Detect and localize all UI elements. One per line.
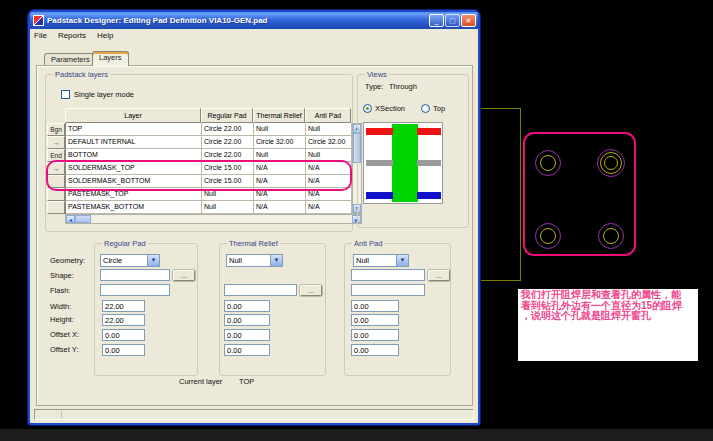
cell-layer[interactable]: DEFAULT INTERNAL	[66, 136, 202, 149]
row-marker-button[interactable]: Bgn	[47, 123, 65, 136]
table-row[interactable]: PASTEMASK_BOTTOM Null N/A N/A	[66, 201, 352, 214]
regular-pad-width-input[interactable]	[102, 300, 145, 312]
cell-layer[interactable]: PASTEMASK_TOP	[66, 188, 202, 201]
xsection-internal-pad-right	[417, 160, 441, 166]
close-button[interactable]: ✕	[461, 14, 476, 27]
cell-anti-pad[interactable]: Null	[306, 149, 352, 162]
cell-regular-pad[interactable]: Circle 22.00	[202, 149, 254, 162]
thermal-relief-offset-y-input[interactable]	[224, 344, 270, 356]
cell-anti-pad[interactable]: N/A	[306, 201, 352, 214]
table-row[interactable]: SOLDERMASK_BOTTOM Circle 15.00 N/A N/A	[66, 175, 352, 188]
scroll-left-icon[interactable]: ◄	[66, 215, 75, 223]
cell-thermal-relief[interactable]: N/A	[254, 162, 306, 175]
table-row[interactable]: PASTEMASK_TOP Null N/A N/A	[66, 188, 352, 201]
menu-help[interactable]: Help	[97, 31, 113, 40]
thermal-relief-width-input[interactable]	[224, 300, 270, 312]
table-row[interactable]: SOLDERMASK_TOP Circle 15.00 N/A N/A	[66, 162, 352, 175]
anti-pad-flash-input[interactable]	[351, 284, 425, 296]
thermal-relief-geometry-select[interactable]: Null ▼	[226, 254, 283, 267]
cell-layer[interactable]: SOLDERMASK_TOP	[66, 162, 202, 175]
horizontal-scroll-thumb[interactable]	[75, 215, 91, 223]
cell-layer[interactable]: PASTEMASK_BOTTOM	[66, 201, 202, 214]
row-marker-button[interactable]: End	[47, 149, 65, 162]
anti-pad-shape-browse-button[interactable]: ...	[428, 270, 450, 281]
anti-pad-geometry-select[interactable]: Null ▼	[353, 254, 409, 267]
cell-thermal-relief[interactable]: N/A	[254, 188, 306, 201]
annotation-line: ，说明这个孔就是阻焊开窗孔	[521, 311, 695, 322]
anti-pad-width-input[interactable]	[351, 300, 399, 312]
screen: { "window": { "title": "Padstack Designe…	[0, 0, 713, 441]
cell-thermal-relief[interactable]: Circle 32.00	[254, 136, 306, 149]
column-header-layer[interactable]: Layer	[65, 108, 201, 123]
thermal-relief-flash-input[interactable]	[224, 284, 297, 296]
thermal-relief-flash-browse-button[interactable]: ...	[300, 285, 322, 296]
app-icon	[33, 15, 44, 26]
cell-thermal-relief[interactable]: N/A	[254, 175, 306, 188]
cell-regular-pad[interactable]: Circle 15.00	[202, 162, 254, 175]
cell-thermal-relief[interactable]: N/A	[254, 201, 306, 214]
status-bar-divider	[61, 411, 62, 418]
cell-anti-pad[interactable]: Circle 32.00	[306, 136, 352, 149]
thermal-relief-geometry-value: Null	[227, 256, 270, 265]
table-header: Layer Regular Pad Thermal Relief Anti Pa…	[65, 108, 351, 123]
top-radio[interactable]	[421, 104, 430, 113]
cell-regular-pad[interactable]: Circle 22.00	[202, 136, 254, 149]
table-horizontal-scrollbar[interactable]: ◄ ►	[65, 214, 362, 224]
cell-regular-pad[interactable]: Circle 22.00	[202, 123, 254, 136]
chevron-down-icon[interactable]: ▼	[396, 255, 408, 266]
row-marker-button[interactable]	[47, 175, 65, 188]
column-header-anti-pad[interactable]: Anti Pad	[305, 108, 351, 123]
cell-anti-pad[interactable]: Null	[306, 123, 352, 136]
row-marker-button[interactable]: →	[47, 136, 65, 149]
cell-anti-pad[interactable]: N/A	[306, 162, 352, 175]
anti-pad-height-input[interactable]	[351, 314, 399, 326]
cell-anti-pad[interactable]: N/A	[306, 188, 352, 201]
column-header-regular-pad[interactable]: Regular Pad	[201, 108, 253, 123]
tab-layers[interactable]: Layers	[92, 51, 129, 66]
row-marker-button[interactable]	[47, 188, 65, 201]
anti-pad-offset-x-input[interactable]	[351, 329, 399, 341]
regular-pad-shape-browse-button[interactable]: ...	[173, 270, 195, 281]
cell-layer[interactable]: TOP	[66, 123, 202, 136]
row-marker-button[interactable]: →	[47, 162, 65, 175]
cell-layer[interactable]: SOLDERMASK_BOTTOM	[66, 175, 202, 188]
regular-pad-shape-input[interactable]	[100, 269, 170, 281]
menu-bar: File Reports Help	[30, 29, 478, 42]
regular-pad-geometry-select[interactable]: Circle ▼	[100, 254, 160, 267]
xsection-internal-pad-left	[366, 160, 393, 166]
menu-file[interactable]: File	[34, 31, 47, 40]
menu-reports[interactable]: Reports	[58, 31, 86, 40]
table-row[interactable]: BOTTOM Circle 22.00 Null Null	[66, 149, 352, 162]
xsection-preview	[363, 122, 443, 204]
chevron-down-icon[interactable]: ▼	[270, 255, 282, 266]
cell-thermal-relief[interactable]: Null	[254, 123, 306, 136]
regular-pad-flash-input[interactable]	[100, 284, 170, 296]
cell-layer[interactable]: BOTTOM	[66, 149, 202, 162]
xsection-radio[interactable]	[363, 104, 372, 113]
xsection-top-pad-right	[417, 128, 441, 135]
regular-pad-offset-x-input[interactable]	[102, 329, 145, 341]
cell-regular-pad[interactable]: Circle 15.00	[202, 175, 254, 188]
row-marker-button[interactable]	[47, 201, 65, 214]
cell-thermal-relief[interactable]: Null	[254, 149, 306, 162]
canvas-bottom-strip	[0, 429, 713, 441]
thermal-relief-height-input[interactable]	[224, 314, 270, 326]
anti-pad-geometry-value: Null	[354, 256, 396, 265]
single-layer-mode-checkbox[interactable]	[61, 90, 70, 99]
title-bar[interactable]: Padstack Designer: Editing Pad Definitio…	[30, 12, 478, 29]
table-row[interactable]: TOP Circle 22.00 Null Null	[66, 123, 352, 136]
cell-anti-pad[interactable]: N/A	[306, 175, 352, 188]
column-header-thermal-relief[interactable]: Thermal Relief	[253, 108, 305, 123]
cell-regular-pad[interactable]: Null	[202, 188, 254, 201]
anti-pad-offset-y-input[interactable]	[351, 344, 399, 356]
maximize-button[interactable]: ▢	[445, 14, 460, 27]
regular-pad-offset-y-input[interactable]	[102, 344, 145, 356]
cell-regular-pad[interactable]: Null	[202, 201, 254, 214]
chevron-down-icon[interactable]: ▼	[147, 255, 159, 266]
regular-pad-height-input[interactable]	[102, 314, 145, 326]
status-bar	[34, 409, 474, 420]
thermal-relief-offset-x-input[interactable]	[224, 329, 270, 341]
anti-pad-shape-input[interactable]	[351, 269, 425, 281]
minimize-button[interactable]: _	[429, 14, 444, 27]
table-row[interactable]: DEFAULT INTERNAL Circle 22.00 Circle 32.…	[66, 136, 352, 149]
